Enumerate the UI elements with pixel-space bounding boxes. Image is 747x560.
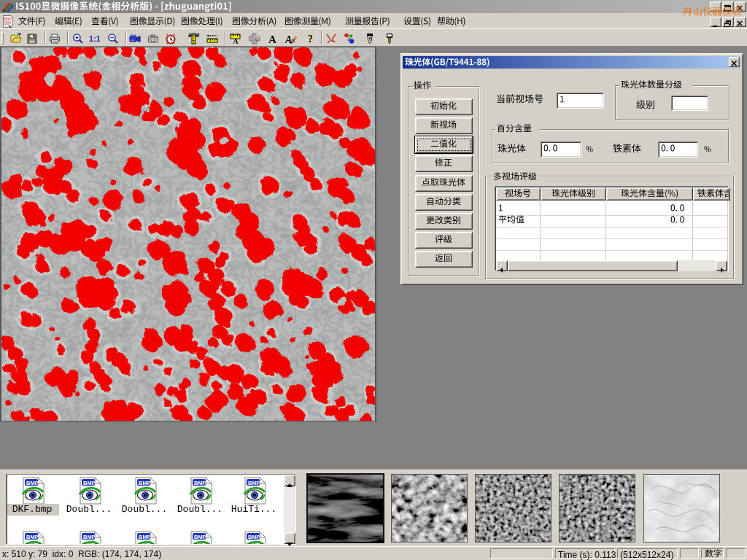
svg-text:BMP: BMP [139, 534, 151, 540]
svg-text:BMP: BMP [248, 480, 260, 486]
svg-text:BMP: BMP [26, 534, 39, 540]
svg-text:1:1: 1:1 [89, 34, 100, 43]
svg-text:BMP: BMP [194, 534, 206, 540]
svg-text:A: A [233, 37, 239, 44]
svg-text:BMP: BMP [194, 480, 206, 486]
svg-text:A: A [268, 34, 276, 44]
svg-text:BMP: BMP [248, 534, 260, 540]
svg-text:DOC: DOC [4, 17, 12, 21]
svg-text:BMP: BMP [83, 480, 96, 486]
svg-text:BMP: BMP [26, 480, 39, 486]
svg-text:BMP: BMP [83, 534, 96, 540]
svg-text:BMP: BMP [139, 480, 151, 486]
svg-text:?: ? [308, 34, 313, 44]
